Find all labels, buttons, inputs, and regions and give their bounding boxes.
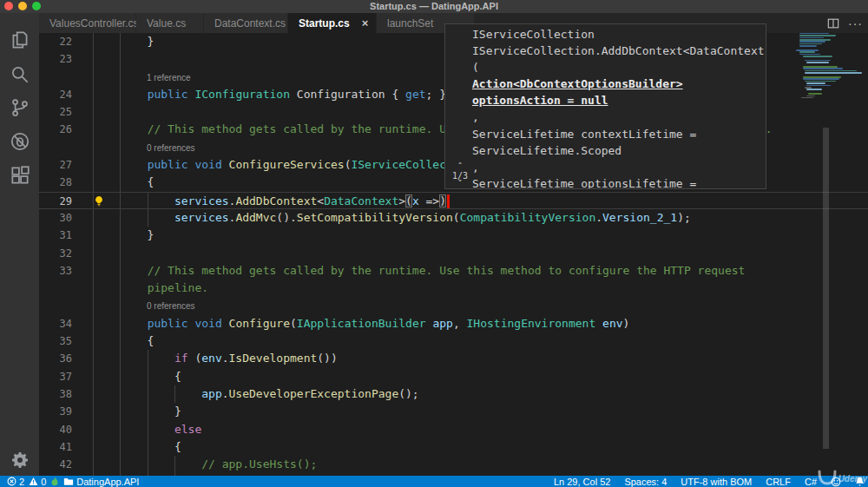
tab-label: DataContext.cs: [214, 17, 286, 30]
code-line-34: 34 public void Configure(IApplicationBui…: [39, 315, 868, 332]
active-parameter: optionsAction = null: [472, 92, 764, 109]
signature-line: ServiceLifetime contextLifetime =: [472, 126, 764, 142]
code-text: // app.UseHsts();: [93, 456, 317, 473]
tab-datacontext-cs[interactable]: DataContext.cs: [204, 13, 288, 33]
code-line-29: 29 services.AddDbContext<DataContext>(x …: [39, 192, 868, 209]
signature-line: (: [472, 59, 764, 76]
line-number: 32: [39, 245, 93, 262]
activity-bar: [0, 13, 39, 476]
line-number: 41: [39, 438, 93, 456]
line-number: 40: [39, 421, 93, 438]
code-line-33: 33 // This method gets called by the run…: [39, 262, 868, 280]
line-number: [39, 280, 93, 297]
status-c[interactable]: C#: [805, 477, 817, 487]
status-warning[interactable]: 0: [29, 477, 46, 487]
code-text: {: [93, 368, 181, 385]
line-number: 25: [39, 103, 93, 121]
parameter-hints-popup: ˆ 1/3 ˇ IServiceCollectionIServiceCollec…: [444, 23, 766, 189]
code-text: if (env.IsDevelopment()): [93, 350, 338, 367]
status-text: DatingApp.API: [76, 477, 139, 487]
parameter-hints-pager[interactable]: ˆ 1/3 ˇ: [450, 163, 470, 189]
code-text: // This method gets called by the runtim…: [93, 262, 745, 280]
line-number: 31: [39, 227, 93, 244]
line-number: 36: [39, 350, 93, 367]
folder-icon: [63, 477, 74, 486]
signature-line: ServiceLifetime.Scoped: [472, 142, 764, 159]
code-text: services.AddMvc().SetCompatibilityVersio…: [93, 209, 691, 227]
vscode-window: Startup.cs — DatingApp.API ValuesControl…: [0, 0, 868, 487]
code-text: else: [93, 421, 201, 438]
code-text: }: [93, 227, 154, 244]
status-bar-right: Ln 29, Col 52Spaces: 4UTF-8 with BOMCRLF…: [554, 477, 868, 487]
tab-label: Startup.cs: [299, 17, 350, 30]
status-flame[interactable]: [50, 477, 59, 487]
line-number: 29: [39, 193, 93, 208]
status-crlf[interactable]: CRLF: [766, 477, 791, 487]
status-utf8[interactable]: UTF-8 with BOM: [681, 477, 752, 487]
notifications-bell-icon[interactable]: [855, 477, 865, 487]
activity-settings-icon[interactable]: [0, 444, 39, 477]
code-text: pipeline.: [93, 280, 208, 297]
tab-valuescontroller-cs[interactable]: ValuesController.cs: [39, 13, 136, 33]
code-text: services.AddDbContext<DataContext>(x =>): [93, 193, 450, 208]
code-line-39: 39 }: [39, 403, 868, 420]
line-number: 38: [39, 385, 93, 403]
code-line-31: 31 }: [39, 227, 868, 244]
line-number: 22: [39, 33, 93, 50]
pager-down-icon[interactable]: ˇ: [450, 181, 470, 189]
status-error[interactable]: 2: [7, 477, 24, 487]
signature-line: IServiceCollection: [472, 26, 764, 43]
activity-debug-icon[interactable]: [0, 125, 39, 158]
tab-label: launchSet: [387, 17, 433, 30]
status-folder[interactable]: DatingApp.API: [63, 477, 139, 487]
code-text: public void Configure(IApplicationBuilde…: [93, 315, 629, 332]
tab-startup-cs[interactable]: Startup.cs×: [288, 13, 377, 33]
code-line-42: 42 // app.UseHsts();: [39, 456, 868, 473]
activity-search-icon[interactable]: [0, 58, 39, 91]
code-line-36: 36 if (env.IsDevelopment()): [39, 350, 868, 367]
lightbulb-icon[interactable]: [94, 195, 104, 211]
activity-extensions-icon[interactable]: [0, 159, 39, 192]
line-number: 23: [39, 50, 93, 68]
code-text: {: [93, 438, 181, 456]
tab-label: Value.cs: [147, 17, 186, 30]
code-line-41: 41 {: [39, 438, 868, 456]
signature-line: ,: [472, 159, 764, 175]
status-bar-left: 20DatingApp.API: [0, 477, 139, 487]
split-editor-icon[interactable]: [827, 17, 839, 30]
more-actions-icon[interactable]: ···: [848, 16, 863, 30]
status-spaces[interactable]: Spaces: 4: [624, 477, 667, 487]
active-parameter: Action<DbContextOptionsBuilder>: [472, 76, 764, 92]
tab-label: ValuesController.cs: [49, 17, 139, 30]
title-bar: Startup.cs — DatingApp.API: [0, 0, 868, 13]
line-number: 26: [39, 121, 93, 138]
error-marker: [447, 194, 450, 208]
signature-text: IServiceCollectionIServiceCollection.Add…: [472, 26, 764, 189]
code-text: }: [93, 403, 181, 420]
code-line-37: 37 {: [39, 368, 868, 385]
signature-line: IServiceCollection.AddDbContext<DataCont…: [472, 43, 764, 59]
line-number: 30: [39, 209, 93, 227]
code-line-wrap: pipeline.: [39, 280, 868, 297]
code-line-32: 32: [39, 245, 868, 262]
codelens-references[interactable]: 0 references: [39, 297, 868, 314]
flame-icon: [50, 477, 59, 487]
line-number: 39: [39, 403, 93, 420]
line-number: 34: [39, 315, 93, 332]
status-ln[interactable]: Ln 29, Col 52: [554, 477, 610, 487]
line-number: 24: [39, 86, 93, 103]
code-text: {: [93, 174, 154, 191]
code-line-30: 30 services.AddMvc().SetCompatibilityVer…: [39, 209, 868, 227]
activity-source-control-icon[interactable]: [0, 91, 39, 124]
tab-close-icon[interactable]: ×: [362, 16, 369, 30]
editor-scrollbar[interactable]: [823, 128, 829, 449]
code-text: app.UseDeveloperExceptionPage();: [93, 385, 419, 403]
error-icon: [7, 477, 16, 486]
activity-explorer-icon[interactable]: [0, 23, 39, 56]
feedback-smiley-icon[interactable]: [831, 477, 841, 487]
tab-value-cs[interactable]: Value.cs: [136, 13, 204, 33]
code-line-38: 38 app.UseDeveloperExceptionPage();: [39, 385, 868, 403]
line-number: 33: [39, 262, 93, 280]
line-number: 37: [39, 368, 93, 385]
line-number: 28: [39, 174, 93, 191]
